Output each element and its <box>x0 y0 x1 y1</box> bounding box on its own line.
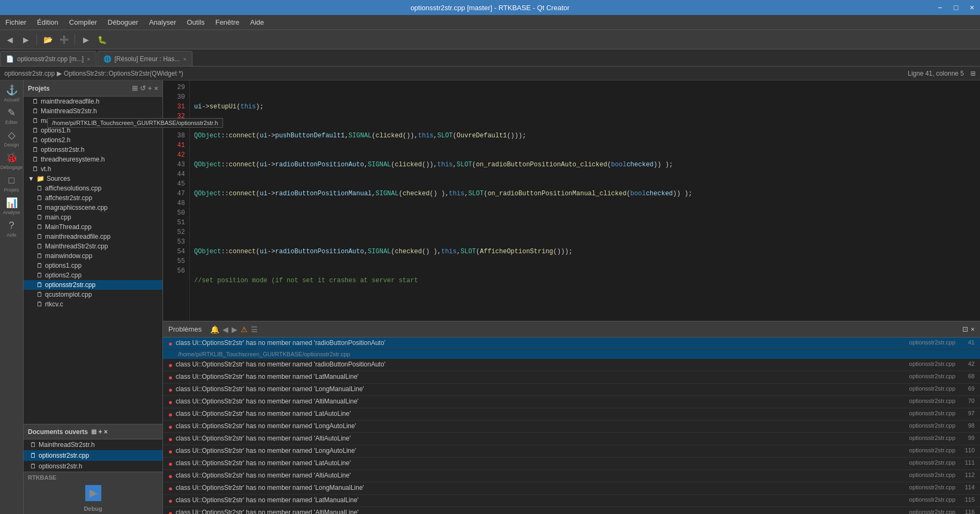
problems-next-icon[interactable]: ▶ <box>232 325 237 334</box>
tree-sources-folder[interactable]: ▼ 📁 Sources <box>24 174 162 183</box>
problem-row-8[interactable]: ● class Ui::OptionsStr2str' has no membe… <box>163 433 980 445</box>
tree-file-qcustomplot[interactable]: 🗒 qcustomplot.cpp <box>24 290 162 299</box>
menu-aide[interactable]: Aide <box>245 16 270 28</box>
tree-file-rtkcv[interactable]: 🗒 rtkcv.c <box>24 299 162 309</box>
tree-file-affichesolutions[interactable]: 🗒 affichesolutions.cpp <box>24 183 162 193</box>
problem-row-14[interactable]: ● class Ui::OptionsStr2str' has no membe… <box>163 507 980 514</box>
rtkbase-label: RTKBASE <box>28 474 158 481</box>
toolbar-new[interactable]: ➕ <box>56 32 71 47</box>
tree-file-options1-cpp[interactable]: 🗒 options1.cpp <box>24 261 162 270</box>
main-layout: ⚓ Accueil ✎ Éditer ◇ Design 🐞 Débogage □… <box>0 80 980 514</box>
docs-close-icon[interactable]: × <box>104 428 108 436</box>
problems-prev-icon[interactable]: ◀ <box>222 325 228 334</box>
menu-analyser[interactable]: Analyser <box>144 16 182 28</box>
folder-arrow-icon: ▼ <box>28 175 34 182</box>
problem-row-10[interactable]: ● class Ui::OptionsStr2str' has no membe… <box>163 458 980 470</box>
menu-edition[interactable]: Édition <box>32 16 64 28</box>
problems-settings-icon[interactable]: ☰ <box>251 325 258 334</box>
titlebar: optionsstr2str.cpp [master] - RTKBASE - … <box>0 0 980 15</box>
problem-row-12[interactable]: ● class Ui::OptionsStr2str' has no membe… <box>163 482 980 495</box>
toolbar-build[interactable]: ▶ <box>78 32 93 47</box>
minimize-button[interactable]: − <box>932 0 948 15</box>
problem-row-7[interactable]: ● class Ui::OptionsStr2str' has no membe… <box>163 421 980 433</box>
menu-fichier[interactable]: Fichier <box>0 16 32 28</box>
panel-close-icon[interactable]: × <box>154 84 158 92</box>
tree-file-optionsstr2str-cpp[interactable]: 🗒 optionsstr2str.cpp <box>24 280 162 290</box>
tree-file-mainthreadreadfile-cpp[interactable]: 🗒 mainthreadreadfile.cpp <box>24 232 162 241</box>
panel-filter-icon[interactable]: ⊞ <box>132 84 138 92</box>
problem-row-9[interactable]: ● class Ui::OptionsStr2str' has no membe… <box>163 445 980 458</box>
menu-deboger[interactable]: Déboguer <box>102 16 144 28</box>
problem-row-1[interactable]: ● class Ui::OptionsStr2str' has no membe… <box>163 337 980 350</box>
debug-icon: 🐞 <box>6 152 18 164</box>
tab-optionsstr2str[interactable]: 📄 optionsstr2str.cpp [m...] × <box>0 51 96 66</box>
docs-add-icon[interactable]: + <box>98 428 102 436</box>
tree-file-affchestr2str[interactable]: 🗒 affchestr2str.cpp <box>24 193 162 203</box>
aide-icon: ? <box>9 220 14 231</box>
toolbar-back[interactable]: ◀ <box>2 32 17 47</box>
tree-file-mainthreadstr2str-cpp[interactable]: 🗒 MainthreadStr2str.cpp <box>24 241 162 251</box>
tree-file-options2-cpp[interactable]: 🗒 options2.cpp <box>24 270 162 280</box>
sidebar-icon-editer[interactable]: ✎ Éditer <box>1 105 23 127</box>
docs-section: Documents ouverts ⊞ + × 🗒 MainthreadStr2… <box>24 424 162 472</box>
tree-file-threadheure-h[interactable]: 🗒 threadheuresysteme.h <box>24 155 162 164</box>
tree-file-magraphicsscene[interactable]: 🗒 magraphicsscene.cpp <box>24 203 162 212</box>
problem-row-13[interactable]: ● class Ui::OptionsStr2str' has no membe… <box>163 495 980 507</box>
problem-row-4[interactable]: ● class Ui::OptionsStr2str' has no membe… <box>163 384 980 396</box>
menu-outils[interactable]: Outils <box>181 16 210 28</box>
doc-file-icon: 🗒 <box>30 441 36 449</box>
file-icon: 🗒 <box>32 127 39 134</box>
problem-row-11[interactable]: ● class Ui::OptionsStr2str' has no membe… <box>163 470 980 482</box>
tree-file-optionsstr2str-h[interactable]: 🗒 optionsstr2str.h <box>24 145 162 155</box>
problems-close-icon[interactable]: × <box>970 325 975 333</box>
problem-row-6[interactable]: ● class Ui::OptionsStr2str' has no membe… <box>163 408 980 421</box>
breadcrumb-expand[interactable]: ⊞ <box>970 70 976 77</box>
close-button[interactable]: × <box>964 0 980 15</box>
file-icon: 🗒 <box>36 185 43 192</box>
tree-file-mainwindow-cpp[interactable]: 🗒 mainwindow.cpp <box>24 251 162 261</box>
tab-err-close[interactable]: × <box>183 56 187 62</box>
tree-file-mainthreadstr2str-h[interactable]: 🗒 MainthreadStr2str.h <box>24 106 162 116</box>
sidebar-icon-accueil[interactable]: ⚓ Accueil <box>1 83 23 104</box>
maximize-button[interactable]: □ <box>948 0 964 15</box>
tree-file-main[interactable]: 🗒 main.cpp <box>24 212 162 222</box>
problems-float-icon[interactable]: ⊡ <box>962 325 968 333</box>
doc-mainthreadstr2str-h[interactable]: 🗒 MainthreadStr2str.h <box>24 439 162 450</box>
menu-compiler[interactable]: Compiler <box>64 16 102 28</box>
doc-optionsstr2str-h[interactable]: 🗒 optionsstr2str.h <box>24 461 162 472</box>
menu-fenetre[interactable]: Fenêtre <box>210 16 245 28</box>
problem-row-5[interactable]: ● class Ui::OptionsStr2str' has no membe… <box>163 396 980 408</box>
toolbar-debug[interactable]: 🐛 <box>94 32 109 47</box>
tree-file-mainthread[interactable]: 🗒 MainThread.cpp <box>24 222 162 232</box>
toolbar-forward[interactable]: ▶ <box>18 32 33 47</box>
editer-icon: ✎ <box>8 107 16 119</box>
sidebar-icon-aide[interactable]: ? Aide <box>1 218 23 239</box>
panel-sync-icon[interactable]: ↺ <box>140 84 146 92</box>
tree-file-mainthreadreadfile-h[interactable]: 🗒 mainthreadreadfile.h <box>24 97 162 106</box>
doc-optionsstr2str-cpp[interactable]: 🗒 optionsstr2str.cpp <box>24 450 162 461</box>
tree-file-vt-h[interactable]: 🗒 vt.h <box>24 164 162 174</box>
docs-toggle-icon[interactable]: ⊞ <box>91 428 96 436</box>
error-icon: ● <box>168 361 173 369</box>
analyse-icon: 📊 <box>6 197 18 209</box>
problems-filter1-icon[interactable]: 🔔 <box>210 325 219 334</box>
problem-subpath-1: /home/pi/RTKLIB_Touchscreen_GUI/RTKBASE/… <box>163 350 980 359</box>
doc-file-icon: 🗒 <box>30 452 36 459</box>
tree-file-options2-h[interactable]: 🗒 options2.h <box>24 135 162 145</box>
panel-add-icon[interactable]: + <box>148 84 152 92</box>
breadcrumb-class[interactable]: OptionsStr2str::OptionsStr2str(QWidget *… <box>64 70 183 77</box>
sidebar-icon-debogage[interactable]: 🐞 Débogage <box>1 150 23 172</box>
error-icon: ● <box>168 472 173 480</box>
problems-warn-icon[interactable]: ⚠ <box>241 325 248 334</box>
code-content[interactable]: ui->setupUi(this); QObject::connect(ui->… <box>190 80 980 321</box>
toolbar-open[interactable]: 📂 <box>40 32 55 47</box>
file-icon: 🗒 <box>36 223 43 231</box>
tab-close[interactable]: × <box>87 56 90 62</box>
sidebar-icon-design[interactable]: ◇ Design <box>1 128 23 149</box>
problem-row-3[interactable]: ● class Ui::OptionsStr2str' has no membe… <box>163 371 980 384</box>
problem-row-2[interactable]: ● class Ui::OptionsStr2str' has no membe… <box>163 359 980 371</box>
breadcrumb-file[interactable]: optionsstr2str.cpp <box>4 70 55 77</box>
sidebar-icon-analyse[interactable]: 📊 Analyse <box>1 195 23 217</box>
sidebar-icon-projets[interactable]: □ Projets <box>1 173 23 194</box>
tab-erreur[interactable]: 🌐 [Résolu] Erreur : Has... × <box>98 51 192 66</box>
